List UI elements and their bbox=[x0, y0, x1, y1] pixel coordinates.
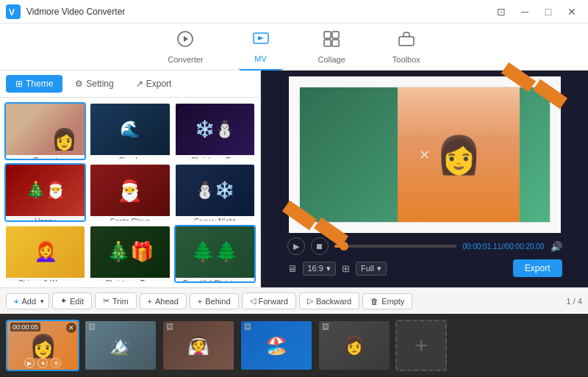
svg-text:V: V bbox=[9, 7, 15, 18]
nav-bar: Converter MV Collage Toolb bbox=[0, 24, 588, 71]
forward-button[interactable]: ◁ Forward bbox=[242, 292, 296, 309]
nav-converter[interactable]: Converter bbox=[156, 24, 215, 70]
time-display: 00:00:01.11//00:00:20.00 bbox=[462, 243, 544, 251]
format-row: 🖥 16:9 ▾ ⊞ Full ▾ Export bbox=[287, 259, 562, 277]
ahead-button[interactable]: + Ahead bbox=[140, 293, 187, 309]
theme-snowy-night-label: Snowy Night bbox=[176, 216, 254, 221]
video-preview-container: 👩 ✕ bbox=[289, 76, 561, 233]
theme-current-label: Current bbox=[6, 155, 85, 160]
nav-collage[interactable]: Collage bbox=[306, 24, 357, 70]
quality-select[interactable]: Full ▾ bbox=[356, 262, 387, 276]
trim-icon: ✂ bbox=[103, 296, 110, 306]
video-controls: ▶ ⏹ 00:00:01.11//00:00:20.00 🔊 🖥 16:9 ▾ … bbox=[282, 233, 568, 281]
mv-icon bbox=[252, 29, 270, 51]
timeline-item-2[interactable]: 🖼 🏔️ bbox=[84, 320, 157, 371]
export-button[interactable]: Export bbox=[513, 259, 562, 277]
minimize-button[interactable]: ─ bbox=[514, 4, 535, 20]
theme-beautiful-christmas[interactable]: 🌲🌲 Beautiful Christmas bbox=[174, 225, 256, 283]
collage-label: Collage bbox=[318, 55, 345, 64]
edit-button[interactable]: ✦ Edit bbox=[52, 292, 92, 309]
behind-button[interactable]: + Behind bbox=[190, 293, 239, 309]
svg-marker-3 bbox=[184, 36, 188, 42]
chat-button[interactable]: ⊡ bbox=[491, 4, 512, 20]
theme-beautiful-christmas-label: Beautiful Christmas bbox=[176, 278, 254, 283]
window-controls: ⊡ ─ □ ✕ bbox=[491, 4, 582, 20]
timeline-item-1[interactable]: 👩 00:00:05 ✕ ▶ ★ ⚙ bbox=[6, 320, 79, 371]
timeline-item-5[interactable]: 🖼 👩 bbox=[318, 320, 391, 371]
left-panel: ⊞ Theme ⚙ Setting ↗ Export 👩 Current bbox=[0, 71, 261, 287]
toolbar: + Add ▾ ✦ Edit ✂ Trim + Ahead + Behind ◁… bbox=[0, 287, 588, 314]
close-button[interactable]: ✕ bbox=[562, 4, 582, 20]
play-button[interactable]: ▶ bbox=[287, 237, 305, 255]
backward-button[interactable]: ▷ Backward bbox=[299, 292, 359, 309]
nav-toolbox[interactable]: Toolbox bbox=[381, 24, 432, 70]
theme-santa-claus[interactable]: 🎅 Santa Claus bbox=[89, 163, 171, 221]
nav-mv[interactable]: MV bbox=[239, 24, 283, 71]
theme-grid-icon: ⊞ bbox=[15, 79, 23, 89]
timeline-time-1: 00:00:05 bbox=[10, 323, 40, 331]
theme-christmas-eve[interactable]: ❄️⛄ Christmas Eve bbox=[174, 102, 256, 160]
add-button[interactable]: + Add ▾ bbox=[6, 293, 49, 309]
theme-santa-claus-label: Santa Claus bbox=[90, 216, 169, 221]
title-bar: V Vidmore Video Converter ⊡ ─ □ ✕ bbox=[0, 0, 588, 24]
right-panel: 👩 ✕ ▶ ⏹ 00:00:01.11//00:00:20.00 🔊 🖥 bbox=[261, 71, 588, 287]
volume-icon[interactable]: 🔊 bbox=[551, 241, 562, 252]
empty-button[interactable]: 🗑 Empty bbox=[362, 293, 412, 309]
timeline-add-button[interactable]: + bbox=[395, 320, 447, 371]
mv-label: MV bbox=[254, 54, 267, 63]
tl-settings-1[interactable]: ⚙ bbox=[51, 358, 61, 368]
backward-icon: ▷ bbox=[307, 296, 313, 306]
empty-icon: 🗑 bbox=[370, 297, 379, 306]
page-indicator: 1 / 4 bbox=[567, 297, 582, 306]
toolbox-icon bbox=[398, 30, 415, 52]
quality-dropdown-icon: ▾ bbox=[377, 264, 381, 273]
svg-rect-9 bbox=[399, 37, 414, 46]
panel-tabs: ⊞ Theme ⚙ Setting ↗ Export bbox=[0, 71, 260, 98]
theme-happy[interactable]: ✓ 🎄🎅 Happy bbox=[4, 163, 86, 221]
add-dropdown-icon: ▾ bbox=[40, 298, 44, 305]
video-content: 👩 ✕ bbox=[289, 76, 561, 233]
theme-christmas-tree-label: Christmas Tree bbox=[90, 278, 169, 283]
add-plus-icon: + bbox=[415, 332, 429, 359]
timeline-close-1[interactable]: ✕ bbox=[66, 323, 76, 333]
progress-bar[interactable] bbox=[334, 245, 457, 248]
edit-icon: ✦ bbox=[60, 296, 67, 306]
ratio-select[interactable]: 16:9 ▾ bbox=[303, 262, 336, 276]
export-icon: ↗ bbox=[136, 79, 143, 89]
tab-export[interactable]: ↗ Export bbox=[126, 75, 182, 93]
converter-icon bbox=[176, 30, 194, 52]
tab-theme[interactable]: ⊞ Theme bbox=[6, 75, 62, 93]
tl-play-1[interactable]: ▶ bbox=[24, 358, 35, 368]
theme-simple[interactable]: 🌊 Simple bbox=[89, 102, 171, 160]
trim-button[interactable]: ✂ Trim bbox=[95, 292, 137, 309]
add-icon: + bbox=[14, 297, 18, 306]
ahead-icon: + bbox=[148, 297, 152, 306]
behind-icon: + bbox=[198, 297, 202, 306]
theme-snowy-night[interactable]: ⛄❄️ Snowy Night bbox=[174, 163, 256, 221]
svg-rect-8 bbox=[332, 40, 339, 46]
theme-stripes-waves[interactable]: 👩‍🦰 Stripes & Waves bbox=[4, 225, 86, 283]
maximize-button[interactable]: □ bbox=[538, 4, 559, 20]
timeline: 👩 00:00:05 ✕ ▶ ★ ⚙ 🖼 🏔️ 🖼 👰 🖼 🏖️ bbox=[0, 314, 588, 377]
timeline-item-4[interactable]: 🖼 🏖️ bbox=[240, 320, 313, 371]
theme-happy-label: Happy bbox=[6, 216, 85, 221]
app-title: Vidmore Video Converter bbox=[26, 7, 491, 17]
close-icon[interactable]: ✕ bbox=[419, 147, 430, 163]
setting-icon: ⚙ bbox=[75, 79, 83, 89]
playback-row: ▶ ⏹ 00:00:01.11//00:00:20.00 🔊 bbox=[287, 237, 562, 255]
tl-star-1[interactable]: ★ bbox=[37, 358, 48, 368]
theme-christmas-eve-label: Christmas Eve bbox=[176, 155, 254, 160]
stop-button[interactable]: ⏹ bbox=[311, 237, 329, 255]
timeline-controls-1: ▶ ★ ⚙ bbox=[7, 358, 78, 368]
svg-rect-6 bbox=[332, 32, 339, 38]
collage-icon bbox=[323, 30, 340, 52]
theme-grid: 👩 Current 🌊 Simple ❄️⛄ Christmas Eve ✓ bbox=[0, 98, 260, 287]
timeline-item-3[interactable]: 🖼 👰 bbox=[162, 320, 235, 371]
monitor-icon: 🖥 bbox=[287, 263, 297, 274]
svg-rect-7 bbox=[324, 40, 331, 46]
tab-setting[interactable]: ⚙ Setting bbox=[65, 75, 123, 93]
theme-current[interactable]: 👩 Current bbox=[4, 102, 86, 160]
theme-christmas-tree[interactable]: 🎄🎁 Christmas Tree bbox=[89, 225, 171, 283]
theme-stripes-waves-label: Stripes & Waves bbox=[6, 278, 85, 283]
toolbox-label: Toolbox bbox=[392, 55, 420, 64]
